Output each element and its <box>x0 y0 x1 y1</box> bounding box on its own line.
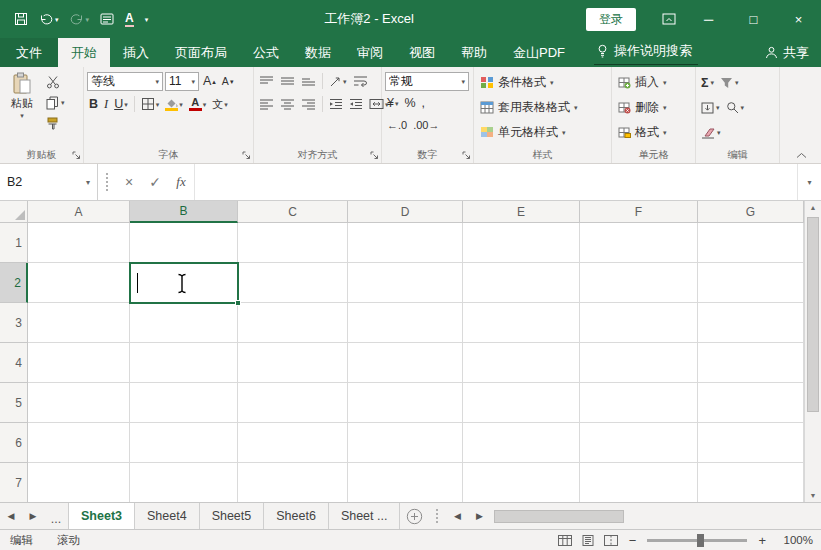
row-header-7[interactable]: 7 <box>0 463 28 502</box>
cell-A7[interactable] <box>28 463 130 502</box>
cell-D2[interactable] <box>348 263 463 303</box>
alignment-dialog-launcher-icon[interactable] <box>370 151 379 160</box>
tab-pdf[interactable]: 金山PDF <box>500 38 578 67</box>
cell-F1[interactable] <box>580 223 698 263</box>
formula-input[interactable] <box>194 164 797 200</box>
cell-F2[interactable] <box>580 263 698 303</box>
percent-style-button[interactable]: % <box>402 93 417 113</box>
align-center-button[interactable] <box>278 94 297 114</box>
zoom-slider[interactable] <box>647 539 747 542</box>
page-layout-view-button[interactable] <box>581 535 595 546</box>
cell-G1[interactable] <box>698 223 804 263</box>
orientation-button[interactable]: ▾ <box>327 71 349 91</box>
share-button[interactable]: 共享 <box>765 38 809 67</box>
row-header-6[interactable]: 6 <box>0 423 28 463</box>
vertical-scrollbar[interactable]: ▲ ▼ <box>804 201 821 502</box>
cell-G4[interactable] <box>698 343 804 383</box>
sheet-tab-Sheet4[interactable]: Sheet4 <box>135 503 200 529</box>
underline-button[interactable]: U▾ <box>112 94 130 114</box>
cell-E4[interactable] <box>463 343 580 383</box>
fill-color-button[interactable]: ▾ <box>163 94 185 114</box>
align-bottom-button[interactable] <box>299 71 318 91</box>
cell-G2[interactable] <box>698 263 804 303</box>
cell-C1[interactable] <box>238 223 348 263</box>
cell-A2[interactable] <box>28 263 130 303</box>
tab-help[interactable]: 帮助 <box>448 38 500 67</box>
clipboard-dialog-launcher-icon[interactable] <box>72 151 81 160</box>
save-button[interactable] <box>10 9 32 29</box>
zoom-level[interactable]: 100% <box>777 534 813 546</box>
shrink-font-button[interactable]: A▾ <box>220 71 236 91</box>
tab-page-layout[interactable]: 页面布局 <box>162 38 240 67</box>
vertical-scrollbar-thumb[interactable] <box>807 217 819 412</box>
phonetic-guide-button[interactable]: 文▾ <box>210 94 230 114</box>
number-dialog-launcher-icon[interactable] <box>462 151 471 160</box>
conditional-formatting-button[interactable]: 条件格式 ▾ <box>477 70 608 95</box>
sheet-tab-Sheet3[interactable]: Sheet3 <box>68 503 135 529</box>
align-middle-button[interactable] <box>278 71 297 91</box>
cancel-button[interactable]: × <box>116 164 142 200</box>
align-left-button[interactable] <box>257 94 276 114</box>
maximize-button[interactable]: □ <box>731 0 776 38</box>
format-as-table-button[interactable]: 套用表格格式 ▾ <box>477 95 608 120</box>
row-header-3[interactable]: 3 <box>0 303 28 343</box>
cell-D6[interactable] <box>348 423 463 463</box>
font-name-select[interactable]: 等线▾ <box>87 72 163 91</box>
cell-G7[interactable] <box>698 463 804 502</box>
close-button[interactable]: × <box>776 0 821 38</box>
formula-bar-splitter[interactable] <box>106 173 108 191</box>
normal-view-button[interactable] <box>558 535 572 546</box>
cell-B6[interactable] <box>130 423 238 463</box>
format-painter-button[interactable] <box>46 115 65 132</box>
cell-G6[interactable] <box>698 423 804 463</box>
cell-E6[interactable] <box>463 423 580 463</box>
cell-G5[interactable] <box>698 383 804 423</box>
ribbon-display-options-button[interactable] <box>652 0 686 38</box>
format-cells-button[interactable]: 格式 ▾ <box>615 120 692 145</box>
cell-C4[interactable] <box>238 343 348 383</box>
new-sheet-button[interactable] <box>400 503 428 529</box>
sheet-nav-right-icon[interactable]: ▶ <box>22 503 44 529</box>
cell-C6[interactable] <box>238 423 348 463</box>
row-header-4[interactable]: 4 <box>0 343 28 383</box>
cell-D5[interactable] <box>348 383 463 423</box>
row-header-2[interactable]: 2 <box>0 263 28 303</box>
cell-C5[interactable] <box>238 383 348 423</box>
horizontal-scrollbar-thumb[interactable] <box>494 510 624 523</box>
cell-F4[interactable] <box>580 343 698 383</box>
tab-formulas[interactable]: 公式 <box>240 38 292 67</box>
insert-function-button[interactable]: fx <box>168 164 194 200</box>
cell-D7[interactable] <box>348 463 463 502</box>
increase-indent-button[interactable] <box>347 94 365 114</box>
cut-button[interactable] <box>46 73 65 90</box>
column-header-D[interactable]: D <box>348 201 463 223</box>
zoom-out-button[interactable]: − <box>627 533 639 548</box>
number-format-select[interactable]: 常规▾ <box>385 72 469 91</box>
enter-button[interactable]: ✓ <box>142 164 168 200</box>
column-header-F[interactable]: F <box>580 201 698 223</box>
hscroll-left-icon[interactable]: ◀ <box>446 511 468 521</box>
italic-button[interactable]: I <box>102 94 110 114</box>
cell-D4[interactable] <box>348 343 463 383</box>
tab-data[interactable]: 数据 <box>292 38 344 67</box>
cell-A4[interactable] <box>28 343 130 383</box>
minimize-button[interactable]: ─ <box>686 0 731 38</box>
cell-A3[interactable] <box>28 303 130 343</box>
cell-C7[interactable] <box>238 463 348 502</box>
tab-insert[interactable]: 插入 <box>110 38 162 67</box>
insert-cells-button[interactable]: 插入 ▾ <box>615 70 692 95</box>
more-sheets-indicator[interactable]: ... <box>44 503 68 529</box>
zoom-in-button[interactable]: + <box>756 533 768 548</box>
cell-B7[interactable] <box>130 463 238 502</box>
sheet-tab-Sheet[interactable]: Sheet ... <box>329 503 401 529</box>
paste-button[interactable]: 粘贴 ▾ <box>3 70 41 147</box>
borders-button[interactable]: ▾ <box>139 94 162 114</box>
copy-button[interactable]: ▾ <box>46 94 65 111</box>
scroll-down-icon[interactable]: ▼ <box>805 492 821 499</box>
font-color-button[interactable]: A ▾ <box>187 94 209 114</box>
cell-A5[interactable] <box>28 383 130 423</box>
cell-E3[interactable] <box>463 303 580 343</box>
clear-button[interactable]: ▾ <box>701 127 721 139</box>
cell-B4[interactable] <box>130 343 238 383</box>
column-header-A[interactable]: A <box>28 201 130 223</box>
